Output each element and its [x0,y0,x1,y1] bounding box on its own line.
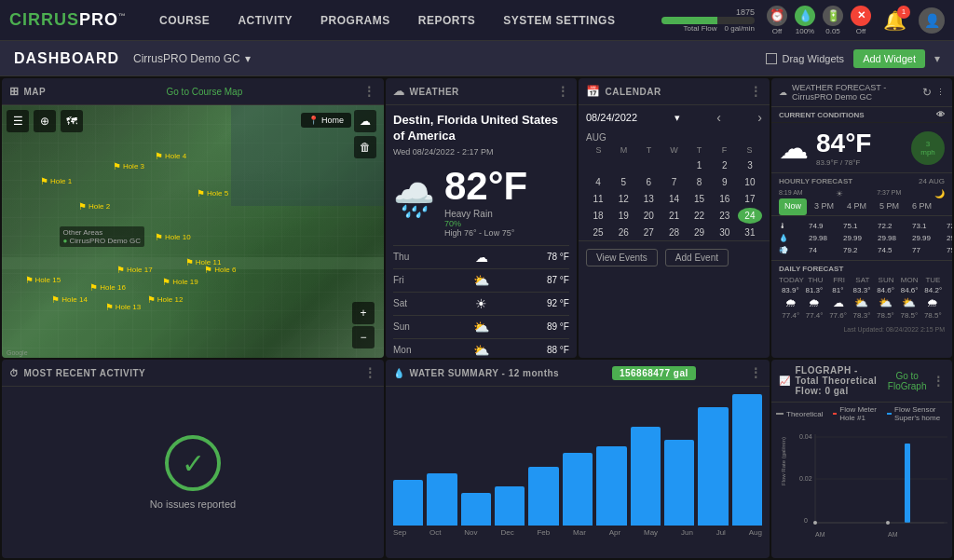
hourly-pressure-row: 💧 29.9829.9929.9829.9929.97 [779,232,945,244]
nav-system-settings[interactable]: SYSTEM SETTINGS [489,0,629,41]
cal-day-25[interactable]: 25 [586,225,610,240]
map-zoom-out[interactable]: − [352,326,375,348]
cal-day-22[interactable]: 22 [688,208,712,224]
map-hole-15: Hole 15 [25,275,61,285]
signal-status[interactable]: ✕ Off [851,6,871,35]
tab-3pm[interactable]: 3 PM [809,198,839,215]
map-widget: ⊞ MAP Go to Course Map ⋮ [2,78,384,358]
svg-text:AM: AM [888,531,898,538]
notifications-bell[interactable]: 🔔 1 [883,9,906,32]
daily-icon-fri: ☁ [826,296,850,309]
map-delete-button[interactable]: 🗑 [354,136,376,158]
weather-temp: 82°F [444,164,527,209]
map-list-button[interactable]: ☰ [7,110,29,132]
drag-widgets-checkbox[interactable] [766,53,777,64]
weather-widget-header: ☁ WEATHER ⋮ [386,78,577,105]
cal-day-3[interactable]: 3 [738,157,762,173]
view-events-button[interactable]: View Events [586,249,658,266]
cal-day-20[interactable]: 20 [636,208,661,224]
go-to-flograph-button[interactable]: Go to FloGraph [888,371,927,391]
flograph-widget: 📈 FLOGRAPH - Total Theoretical Flow: 0 g… [771,360,952,558]
tab-6pm[interactable]: 6 PM [906,198,937,215]
tab-now[interactable]: Now [779,198,807,215]
calendar-next-button[interactable]: › [757,110,762,125]
clock-status[interactable]: ⏰ Off [767,6,787,35]
cal-day-14[interactable]: 14 [661,191,686,207]
svg-text:0: 0 [804,517,808,524]
cal-day-29[interactable]: 29 [688,225,712,240]
daily-days-header: TODAYTHUFRISATSUNMONTUE [779,276,945,284]
weather-forecast-menu[interactable]: ⋮ [936,88,945,97]
cal-day-24-today[interactable]: 24 [738,208,762,224]
cal-day-15[interactable]: 15 [688,191,712,207]
nav-course[interactable]: COURSE [145,0,224,41]
tab-4pm[interactable]: 4 PM [841,198,872,215]
map-home-pin: 📍 Home [301,113,351,128]
cal-day-23[interactable]: 23 [713,208,737,224]
go-to-course-map-button[interactable]: Go to Course Map [167,87,243,97]
add-widget-chevron[interactable]: ▾ [934,52,940,65]
user-avatar[interactable]: 👤 [919,7,945,34]
chevron-down-icon[interactable]: ▾ [245,52,251,65]
cal-day-30[interactable]: 30 [713,225,737,240]
cal-day-2[interactable]: 2 [713,157,737,173]
water-widget-body: SepOctNovDecFebMarAprMayJunJulAug [386,387,770,558]
flow-values: 1875 [736,7,755,17]
weather-forecast-current: ☁ 84°F 83.9°F / 78°F 3 mph [771,123,952,173]
map-satellite-button[interactable]: 🗺 [61,110,83,132]
add-widget-button[interactable]: Add Widget [853,49,925,68]
signal-label: Off [856,27,866,35]
cal-day-11[interactable]: 11 [586,191,610,207]
map-layers-button[interactable]: ⊕ [34,110,56,132]
map-hole-16: Hole 16 [89,282,126,293]
cal-day-4[interactable]: 4 [586,174,610,190]
drag-widgets-control[interactable]: Drag Widgets [766,53,844,64]
water-bar-feb [528,467,558,526]
add-event-button[interactable]: Add Event [665,249,729,266]
water-widget-menu[interactable]: ⋮ [749,365,763,380]
cal-day-26[interactable]: 26 [611,225,635,240]
map-widget-menu[interactable]: ⋮ [362,84,376,99]
nav-reports[interactable]: REPORTS [404,0,490,41]
cal-day-28[interactable]: 28 [661,225,686,240]
cal-day-5[interactable]: 5 [611,174,635,190]
cal-day-16[interactable]: 16 [713,191,737,207]
cal-day-18[interactable]: 18 [586,208,610,224]
cal-day-31[interactable]: 31 [738,225,762,240]
map-hole-11: Hole 11 [185,257,222,267]
cal-day-10[interactable]: 10 [738,174,762,190]
dashboard-controls: Drag Widgets Add Widget ▾ [766,49,940,68]
cal-day-6[interactable]: 6 [636,174,661,190]
daily-lows: 77.4°77.4°77.6°78.3°78.5°78.5°78.5° [779,311,945,320]
calendar-prev-button[interactable]: ‹ [716,110,721,125]
course-selector[interactable]: CirrusPRO Demo GC ▾ [133,52,251,65]
nav-activity[interactable]: ACTIVITY [224,0,307,41]
map-background[interactable]: Hole 1 Hole 2 Hole 3 Hole 4 Hole 5 Hole … [2,105,384,358]
map-upload-button[interactable]: ☁ [354,110,376,132]
cal-day-12[interactable]: 12 [611,191,635,207]
weather-widget-menu[interactable]: ⋮ [556,84,570,99]
calendar-dropdown-icon[interactable]: ▾ [675,112,680,124]
tab-5pm[interactable]: 5 PM [874,198,905,215]
flograph-widget-menu[interactable]: ⋮ [932,374,946,389]
weather-description: Heavy Rain [444,209,527,219]
cal-day-17[interactable]: 17 [738,191,762,207]
calendar-widget-menu[interactable]: ⋮ [749,84,763,99]
cal-day-7[interactable]: 7 [661,174,686,190]
weather-forecast-refresh[interactable]: ↻ [922,86,932,99]
cal-day-8[interactable]: 8 [688,174,712,190]
cal-day-19[interactable]: 19 [611,208,635,224]
weather-forecast-icon: ☁ [779,88,787,97]
cal-day-9[interactable]: 9 [713,174,737,190]
water-bars [393,394,762,526]
cal-day-1[interactable]: 1 [688,157,712,173]
cal-day-21[interactable]: 21 [661,208,686,224]
water-bar-dec [495,486,525,526]
battery-status[interactable]: 🔋 0.05 [823,6,843,35]
cal-day-13[interactable]: 13 [636,191,661,207]
cal-day-27[interactable]: 27 [636,225,661,240]
activity-widget-menu[interactable]: ⋮ [363,365,377,380]
water-status[interactable]: 💧 100% [795,6,815,35]
nav-programs[interactable]: PROGRAMS [307,0,404,41]
map-zoom-in[interactable]: + [352,302,375,324]
